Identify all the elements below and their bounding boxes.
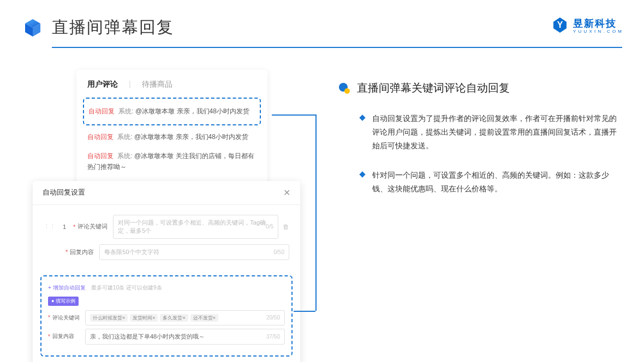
comment-panel: 用户评论 | 待播商品 自动回复 系统: @冰墩墩本墩 亲亲，我们48小时内发货… (76, 70, 267, 186)
settings-title: 自动回复设置 (43, 188, 85, 197)
example-section: + 增加自动回复 最多可建10条 还可以创建9条 ● 填写示例 * 评论关键词 … (40, 275, 293, 357)
cube-icon (22, 17, 44, 39)
section-title: 直播间弹幕关键词评论自动回复 (357, 81, 510, 95)
close-icon[interactable]: ✕ (283, 188, 290, 198)
connector-line (315, 114, 317, 311)
brand-sub: Y U U X I N . C O M (573, 29, 622, 34)
diamond-icon (359, 114, 365, 120)
diamond-icon (359, 171, 365, 177)
example-reply-input: 亲，我们这边都是下单48小时内发货的哦～ 37/50 (85, 329, 285, 345)
keyword-tag: 多久发货× (160, 314, 188, 322)
autoreply-settings-panel: 自动回复设置 ✕ ⋮⋮ 1 * 评论关键词 对同一个问题，可设置多个相近、高频的… (33, 181, 300, 362)
keyword-tag: 什么时候发货× (90, 314, 128, 322)
brand-name: 昱新科技 (573, 17, 622, 30)
svg-text:Y: Y (557, 20, 563, 29)
reply-input[interactable]: 每条限50个中文字符 0/50 (99, 244, 289, 260)
brand-logo: Y 昱新科技 Y U U X I N . C O M (551, 16, 622, 34)
add-autoreply-link[interactable]: + 增加自动回复 (48, 284, 86, 292)
comment-row: 自动回复 系统: @冰墩墩本墩 亲亲，我们48小时内发货 (87, 128, 257, 147)
keyword-tag: 发货时间× (130, 314, 158, 322)
connector-line (272, 114, 315, 116)
comment-row: 自动回复 系统: @冰墩墩本墩 亲亲，我们48小时内发货 (88, 102, 255, 121)
delete-icon[interactable]: 🗑 (283, 223, 289, 231)
drag-icon[interactable]: ⋮⋮ (44, 223, 56, 230)
keyword-input[interactable]: 对同一个问题，可设置多个相近、高频的关键词，Tag确定，最多5个 0/5 (113, 215, 278, 239)
page-title: 直播间弹幕回复 (52, 16, 174, 39)
comment-row: 自动回复 系统: @冰墩墩本墩 关注我们的店铺，每日都有热门推荐呦～ (87, 147, 257, 176)
connector-line (294, 311, 315, 312)
keyword-tag: 还不发货× (190, 314, 218, 322)
tab-products[interactable]: 待播商品 (142, 80, 172, 89)
example-badge: ● 填写示例 (48, 297, 79, 306)
tab-user-comments[interactable]: 用户评论 (87, 80, 118, 89)
bullet-item: 针对同一个问题，可设置多个相近的、高频的关键词。例如：这款多少钱、这块能优惠吗、… (338, 168, 622, 196)
bubble-icon (338, 82, 350, 94)
brand-icon: Y (551, 16, 569, 34)
example-keyword-input: 什么时候发货×发货时间×多久发货×还不发货× 20/50 (85, 310, 285, 325)
bullet-item: 自动回复设置为了提升作者的评论回复效率，作者可在开播前针对常见的评论用户问题，提… (338, 112, 622, 153)
svg-point-2 (344, 88, 350, 94)
highlighted-comment: 自动回复 系统: @冰墩墩本墩 亲亲，我们48小时内发货 (83, 98, 261, 125)
